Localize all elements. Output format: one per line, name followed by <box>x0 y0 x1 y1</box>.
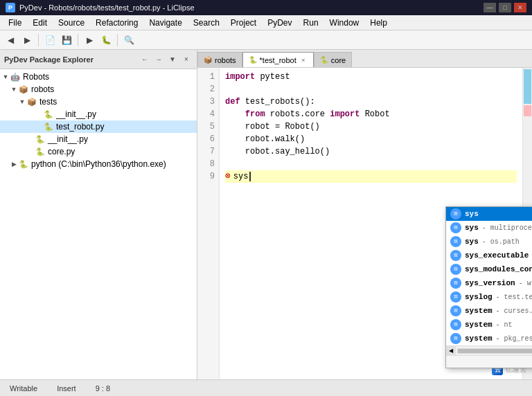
ac-item-sys-1[interactable]: m sys <box>446 207 532 221</box>
hscroll-left[interactable]: ◀ <box>446 346 456 356</box>
hscroll-track[interactable] <box>457 348 532 354</box>
ac-name-sys-3: sys <box>465 237 479 246</box>
ac-desc-system-3: - pkg_resources._vendor.appdirs <box>496 335 532 343</box>
menu-pydev[interactable]: PyDev <box>262 17 297 29</box>
tab-icon-core: 🐍 <box>320 56 328 64</box>
ac-item-sys-2[interactable]: m sys - multiprocessing <box>446 221 532 235</box>
ac-name-sys-version: sys_version <box>465 279 515 287</box>
ac-icon-sys-exec: m <box>450 250 461 261</box>
tree-arrow-init-tests <box>35 110 43 118</box>
ac-item-syslog[interactable]: m syslog - test.test_syslog <box>446 290 532 304</box>
tree-arrow-tests: ▼ <box>18 98 26 106</box>
toolbar-separator-2 <box>78 34 78 46</box>
menu-run[interactable]: Run <box>298 17 324 29</box>
ac-desc-syslog: - test.test_syslog <box>496 294 532 301</box>
new-button[interactable]: 📄 <box>42 33 57 48</box>
tree-item-init-robots[interactable]: 🐍 __init__.py <box>0 133 197 145</box>
code-line-6: robot.walk() <box>225 133 517 145</box>
title-bar-controls: — □ ✕ <box>484 3 526 12</box>
forward-button[interactable]: ▶ <box>19 33 35 48</box>
menu-window[interactable]: Window <box>324 17 365 29</box>
ac-name-sys-2: sys <box>465 224 479 232</box>
menu-refactoring[interactable]: Refactoring <box>90 17 143 29</box>
ac-desc-sys-3: - os.path <box>482 238 520 246</box>
tab-label-robots: robots <box>215 56 236 64</box>
tree-item-tests[interactable]: ▼ 📦 tests <box>0 96 197 108</box>
ac-desc-system-2: - nt <box>496 321 513 329</box>
tree-item-robots[interactable]: ▼ 🤖 Robots <box>0 71 197 83</box>
ac-item-system-1[interactable]: m system - curses.has_key <box>446 304 532 318</box>
sidebar-close-button[interactable]: × <box>180 53 193 66</box>
sidebar-collapse-button[interactable]: ← <box>139 53 151 66</box>
maximize-button[interactable]: □ <box>499 3 511 12</box>
tab-robots[interactable]: 📦 robots <box>197 52 242 67</box>
code-line-4: from robots.core import Robot <box>225 108 517 120</box>
status-insert: Insert <box>53 384 80 393</box>
tab-core[interactable]: 🐍 core <box>314 52 352 67</box>
search-toolbar-button[interactable]: 🔍 <box>121 33 136 48</box>
line-num-3: 3 <box>197 96 215 108</box>
tree-item-test-robot[interactable]: 🐍 test_robot.py <box>0 120 197 133</box>
menu-help[interactable]: Help <box>364 17 393 29</box>
autocomplete-hscroll: ◀ ▶ <box>446 345 532 355</box>
ac-desc-sys-2: - multiprocessing <box>482 224 532 232</box>
menu-source[interactable]: Source <box>53 17 90 29</box>
ac-name-sys-modules: sys_modules_context <box>465 265 532 273</box>
debug-button[interactable]: 🐛 <box>98 33 114 48</box>
tree-label-core: core.py <box>48 147 75 156</box>
code-line-3: def test_robots(): <box>225 96 517 108</box>
ac-icon-system-2: m <box>450 319 461 330</box>
tab-test-robot[interactable]: 🐍 *test_robot × <box>242 52 314 67</box>
autocomplete-list: m sys m sys - multiprocessing m sys <box>446 207 532 345</box>
close-button[interactable]: ✕ <box>514 3 526 12</box>
main-layout: PyDev Package Explorer ← → ▼ × ▼ 🤖 Robot… <box>0 50 532 379</box>
line-num-9: 9 <box>197 170 215 183</box>
tree-label-init-robots: __init__.py <box>48 134 88 144</box>
tree-arrow-robots: ▼ <box>1 73 10 81</box>
ac-item-sys-3[interactable]: m sys - os.path <box>446 235 532 249</box>
sidebar-expand-button[interactable]: → <box>152 53 165 66</box>
ac-icon-sys-2: m <box>450 222 461 233</box>
ac-item-sys-exec[interactable]: m sys_executable - setuptools.command.ea… <box>446 249 532 262</box>
tree-area: ▼ 🤖 Robots ▼ 📦 robots ▼ 📦 tests 🐍 __init… <box>0 69 197 379</box>
line-num-4: 4 <box>197 108 215 120</box>
run-button[interactable]: ▶ <box>82 33 97 48</box>
menu-search[interactable]: Search <box>188 17 225 29</box>
minimize-button[interactable]: — <box>484 3 496 12</box>
sidebar: PyDev Package Explorer ← → ▼ × ▼ 🤖 Robot… <box>0 50 197 379</box>
autocomplete-popup: m sys m sys - multiprocessing m sys <box>445 206 532 368</box>
back-button[interactable]: ◀ <box>3 33 18 48</box>
line-num-5: 5 <box>197 120 215 133</box>
tab-label-test-robot: *test_robot <box>260 56 296 64</box>
sidebar-menu-button[interactable]: ▼ <box>166 53 179 66</box>
tree-item-init-tests[interactable]: 🐍 __init__.py <box>0 108 197 120</box>
ac-item-system-3[interactable]: m system - pkg_resources._vendor.appdirs <box>446 332 532 345</box>
menu-project[interactable]: Project <box>225 17 262 29</box>
line-num-1: 1 <box>197 71 215 83</box>
tab-label-core: core <box>331 56 346 64</box>
title-bar: P PyDev - Robots/robots/tests/test_robot… <box>0 0 532 15</box>
ac-item-sys-version[interactable]: m sys_version - wsgiref.simple_server <box>446 276 532 290</box>
code-line-1: import pytest <box>225 71 517 83</box>
ac-item-sys-modules[interactable]: m sys_modules_context - test.test_import… <box>446 262 532 276</box>
ac-icon-sys-3: m <box>450 236 461 247</box>
code-line-8 <box>225 158 517 170</box>
line-num-6: 6 <box>197 133 215 145</box>
tab-close-test-robot[interactable]: × <box>299 56 308 64</box>
tree-item-core[interactable]: 🐍 core.py <box>0 145 197 158</box>
line-num-2: 2 <box>197 83 215 96</box>
menu-edit[interactable]: Edit <box>27 17 53 29</box>
code-line-9: ⊗sys <box>225 170 517 183</box>
tree-label-robots: Robots <box>23 72 49 82</box>
hscroll-thumb <box>458 349 532 353</box>
sidebar-header: PyDev Package Explorer ← → ▼ × <box>0 50 197 69</box>
ac-item-system-2[interactable]: m system - nt <box>446 318 532 332</box>
line-numbers: 1 2 3 4 5 6 7 8 9 <box>197 68 220 379</box>
save-button[interactable]: 💾 <box>59 33 74 48</box>
tree-item-robots-pkg[interactable]: ▼ 📦 robots <box>0 83 197 96</box>
menu-file[interactable]: File <box>3 17 27 29</box>
menu-navigate[interactable]: Navigate <box>143 17 187 29</box>
tree-arrow-test-robot <box>35 123 43 131</box>
tree-item-python[interactable]: ▶ 🐍 python (C:\bin\Python36\python.exe) <box>0 158 197 170</box>
line-num-7: 7 <box>197 145 215 158</box>
